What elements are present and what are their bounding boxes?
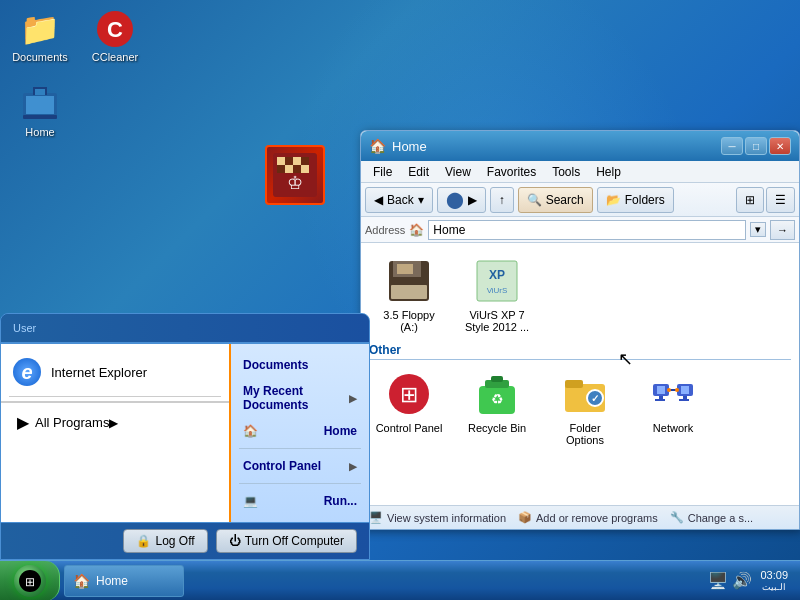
svg-rect-28: [491, 376, 503, 382]
file-item-floppy[interactable]: 3.5 Floppy (A:): [369, 251, 449, 339]
back-label: Back: [387, 193, 414, 207]
start-menu-item-documents[interactable]: Documents: [231, 352, 369, 378]
file-item-recycle-bin[interactable]: ♻ Recycle Bin: [457, 364, 537, 440]
menu-edit[interactable]: Edit: [400, 163, 437, 181]
floppy-icon: [385, 257, 433, 305]
svg-text:C: C: [107, 17, 123, 42]
svg-text:⊞: ⊞: [400, 382, 418, 407]
svg-point-44: [675, 388, 679, 392]
start-menu-item-home[interactable]: 🏠 Home: [231, 418, 369, 444]
file-item-control-panel[interactable]: ⊞ Control Panel: [369, 364, 449, 440]
folder-options-icon: ✓: [561, 370, 609, 418]
chess-app-icon[interactable]: ♔: [265, 145, 335, 215]
ccleaner-label: CCleaner: [92, 51, 138, 63]
start-menu-bottom: 🔒 Log Off ⏻ Turn Off Computer: [1, 522, 369, 559]
folder-options-file-name: Folder Options: [549, 422, 621, 446]
menu-tools[interactable]: Tools: [544, 163, 588, 181]
minimize-button[interactable]: ─: [721, 137, 743, 155]
all-programs-button[interactable]: ▶ All Programs ▶: [9, 409, 126, 436]
window-controls: ─ □ ✕: [721, 137, 791, 155]
up-button[interactable]: ↑: [490, 187, 514, 213]
control-panel-arrow: ▶: [349, 461, 357, 472]
view-list-button[interactable]: ☰: [766, 187, 795, 213]
menu-favorites[interactable]: Favorites: [479, 163, 544, 181]
search-button[interactable]: 🔍 Search: [518, 187, 593, 213]
back-arrow-icon: ◀: [374, 193, 383, 207]
svg-text:XP: XP: [489, 268, 505, 282]
address-label: Address: [365, 224, 405, 236]
power-icon: ⏻: [229, 534, 241, 548]
control-panel-menu-label: Control Panel: [243, 459, 321, 473]
forward-button[interactable]: ⬤ ▶: [437, 187, 486, 213]
start-menu-footer: ▶ All Programs ▶: [1, 401, 229, 442]
window-statusbar: 🖥️ View system information 📦 Add or remo…: [361, 505, 799, 529]
control-panel-file-name: Control Panel: [376, 422, 443, 434]
add-remove-programs[interactable]: 📦 Add or remove programs: [518, 511, 658, 524]
svg-rect-20: [391, 285, 427, 299]
view-icons-button[interactable]: ⊞: [736, 187, 764, 213]
taskbar-item-home[interactable]: 🏠 Home: [64, 565, 184, 597]
turn-off-button[interactable]: ⏻ Turn Off Computer: [216, 529, 357, 553]
svg-text:♔: ♔: [287, 173, 303, 193]
svg-rect-6: [35, 89, 45, 95]
file-grid: 3.5 Floppy (A:) XP ViUrS ViUrS XP 7 Styl…: [369, 251, 791, 339]
log-off-button[interactable]: 🔒 Log Off: [123, 529, 207, 553]
window-title-icon: 🏠: [369, 138, 386, 154]
file-item-xpstyle[interactable]: XP ViUrS ViUrS XP 7 Style 2012 ...: [457, 251, 537, 339]
view-system-info[interactable]: 🖥️ View system information: [369, 511, 506, 524]
svg-text:ViUrS: ViUrS: [487, 286, 508, 295]
taskbar-clock[interactable]: 03:09 الـبيت: [760, 568, 788, 594]
menu-view[interactable]: View: [437, 163, 479, 181]
svg-rect-11: [301, 157, 309, 165]
desktop-icon-home[interactable]: Home: [5, 80, 75, 142]
close-button[interactable]: ✕: [769, 137, 791, 155]
back-dropdown-icon: ▾: [418, 193, 424, 207]
start-menu-right-separator: [239, 448, 361, 449]
desktop-icon-documents[interactable]: 📁 Documents: [5, 5, 75, 67]
menu-file[interactable]: File: [365, 163, 400, 181]
start-menu-item-control-panel[interactable]: Control Panel ▶: [231, 453, 369, 479]
change-label: Change a s...: [688, 512, 753, 524]
windows-orb-icon: ⊞: [14, 565, 46, 597]
add-remove-icon: 📦: [518, 511, 532, 524]
taskbar-home-label: Home: [96, 574, 128, 588]
address-home-icon: 🏠: [409, 223, 424, 237]
start-menu-item-ie[interactable]: e Internet Explorer: [1, 352, 229, 392]
svg-rect-31: [565, 380, 583, 388]
recycle-bin-icon: ♻: [473, 370, 521, 418]
start-menu-item-run[interactable]: 💻 Run...: [231, 488, 369, 514]
control-panel-icon: ⊞: [385, 370, 433, 418]
change-settings[interactable]: 🔧 Change a s...: [670, 511, 753, 524]
home-desktop-icon: [20, 84, 60, 124]
add-remove-label: Add or remove programs: [536, 512, 658, 524]
search-icon: 🔍: [527, 193, 542, 207]
all-programs-icon: ▶: [17, 413, 29, 432]
maximize-button[interactable]: □: [745, 137, 767, 155]
window-menubar: File Edit View Favorites Tools Help: [361, 161, 799, 183]
recent-docs-label: My Recent Documents: [243, 384, 349, 412]
menu-help[interactable]: Help: [588, 163, 629, 181]
address-dropdown[interactable]: ▾: [750, 222, 766, 237]
clock-label: الـبيت: [762, 582, 786, 594]
taskbar-right: 🖥️ 🔊 03:09 الـبيت: [708, 568, 800, 594]
svg-rect-41: [679, 399, 689, 401]
start-menu-body: e Internet Explorer ▶ All Programs ▶: [1, 344, 369, 522]
other-section-header: Other: [369, 339, 791, 360]
file-item-folder-options[interactable]: ✓ Folder Options: [545, 364, 625, 452]
address-go-button[interactable]: →: [770, 220, 795, 240]
window-title: Home: [392, 139, 427, 154]
window-toolbar: ◀ Back ▾ ⬤ ▶ ↑ 🔍 Search 📂 Folders ⊞ ☰: [361, 183, 799, 217]
folders-button[interactable]: 📂 Folders: [597, 187, 674, 213]
up-icon: ↑: [499, 193, 505, 207]
floppy-name: 3.5 Floppy (A:): [373, 309, 445, 333]
desktop-icon-ccleaner[interactable]: C CCleaner: [80, 5, 150, 67]
start-menu-right-separator-2: [239, 483, 361, 484]
system-info-icon: 🖥️: [369, 511, 383, 524]
start-menu-item-recent-docs[interactable]: My Recent Documents ▶: [231, 378, 369, 418]
file-item-network[interactable]: Network: [633, 364, 713, 440]
back-button[interactable]: ◀ Back ▾: [365, 187, 433, 213]
start-button[interactable]: ⊞: [0, 561, 60, 601]
start-menu-user-label: User: [13, 322, 357, 334]
taskbar: ⊞ 🏠 Home 🖥️ 🔊 03:09 الـبيت: [0, 560, 800, 600]
address-input[interactable]: [428, 220, 746, 240]
